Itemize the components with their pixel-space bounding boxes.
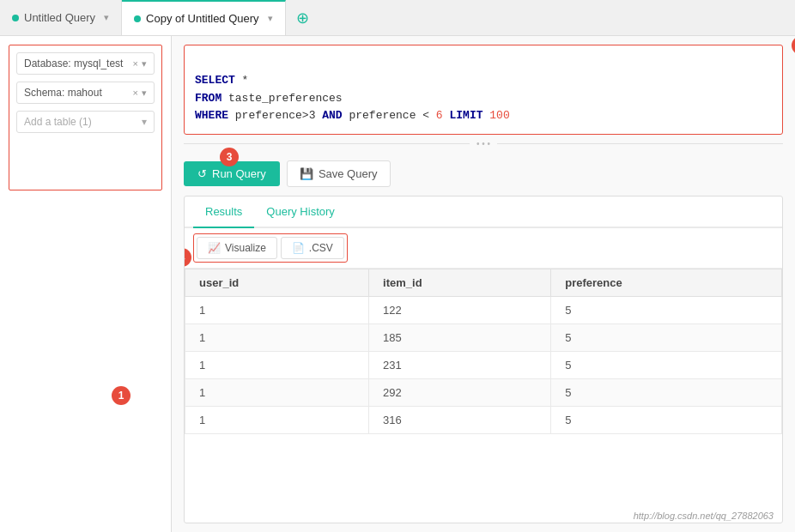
save-query-label: Save Query xyxy=(319,167,378,180)
tab-close-2[interactable]: ▾ xyxy=(268,13,273,24)
chart-icon: 📈 xyxy=(208,242,221,254)
sql-editor[interactable]: SELECT * FROM taste_preferences WHERE pr… xyxy=(184,45,783,135)
watermark: http://blog.csdn.net/qq_27882063 xyxy=(634,511,774,521)
tab-label-1: Untitled Query xyxy=(24,11,95,24)
add-tab-icon: ⊕ xyxy=(296,9,309,27)
visualize-button[interactable]: 📈 Visualize xyxy=(197,237,277,259)
tab-query-history[interactable]: Query History xyxy=(254,196,346,228)
table-row: 13165 xyxy=(185,407,782,434)
table-row: 12925 xyxy=(185,379,782,407)
add-table-field[interactable]: Add a table (1) ▾ xyxy=(16,111,155,133)
buttons-row: 3 ↺ Run Query 💾 Save Query xyxy=(172,152,795,196)
add-tab-button[interactable]: ⊕ xyxy=(286,0,319,35)
table-cell: 1 xyxy=(185,379,369,407)
table-cell: 231 xyxy=(369,352,551,379)
table-cell: 1 xyxy=(185,324,369,352)
resize-handle[interactable]: • • • xyxy=(470,139,497,148)
database-clear-icon[interactable]: × xyxy=(133,58,138,69)
schema-field[interactable]: Schema: mahout × ▾ xyxy=(16,82,155,104)
results-table: user_id item_id preference 1122511855123… xyxy=(185,269,782,434)
step-badge-2: 2 xyxy=(792,36,795,55)
run-query-label: Run Query xyxy=(212,167,266,180)
table-cell: 5 xyxy=(551,379,782,407)
right-panel: SELECT * FROM taste_preferences WHERE pr… xyxy=(172,36,795,532)
refresh-icon: ↺ xyxy=(197,167,207,180)
table-cell: 1 xyxy=(185,297,369,324)
csv-button[interactable]: 📄 .CSV xyxy=(281,237,344,259)
table-cell: 292 xyxy=(369,379,551,407)
table-cell: 5 xyxy=(551,352,782,379)
action-buttons-border: 📈 Visualize 📄 .CSV xyxy=(193,233,348,263)
visualize-label: Visualize xyxy=(225,242,266,254)
table-cell: 316 xyxy=(369,407,551,434)
action-row: 4 📈 Visualize 📄 .CSV xyxy=(185,228,782,269)
step-badge-4: 4 xyxy=(184,248,191,267)
save-icon: 💾 xyxy=(300,167,313,180)
col-item-id: item_id xyxy=(369,269,551,297)
table-cell: 5 xyxy=(551,407,782,434)
left-panel: Database: mysql_test × ▾ Schema: mahout … xyxy=(0,36,172,532)
tab-results[interactable]: Results xyxy=(193,196,254,228)
table-cell: 5 xyxy=(551,297,782,324)
results-tabs: Results Query History xyxy=(185,196,782,228)
file-icon: 📄 xyxy=(292,242,305,254)
database-actions: × ▾ xyxy=(133,58,147,70)
tab-copy-untitled-query[interactable]: Copy of Untitled Query ▾ xyxy=(122,0,286,35)
results-area: Results Query History 4 📈 Visualize xyxy=(184,196,783,523)
table-row: 11225 xyxy=(185,297,782,324)
left-panel-border: Database: mysql_test × ▾ Schema: mahout … xyxy=(9,45,162,190)
col-user-id: user_id xyxy=(185,269,369,297)
database-field[interactable]: Database: mysql_test × ▾ xyxy=(16,52,155,75)
tab-label-2: Copy of Untitled Query xyxy=(146,12,259,25)
database-dropdown-icon[interactable]: ▾ xyxy=(142,58,147,70)
schema-label: Schema: mahout xyxy=(24,87,133,99)
save-query-button[interactable]: 💾 Save Query xyxy=(287,160,391,187)
table-cell: 1 xyxy=(185,352,369,379)
add-table-label: Add a table (1) xyxy=(24,116,92,128)
tab-bar: Untitled Query ▾ Copy of Untitled Query … xyxy=(0,0,795,36)
tab-untitled-query[interactable]: Untitled Query ▾ xyxy=(0,0,122,35)
database-label: Database: mysql_test xyxy=(24,57,133,70)
table-cell: 1 xyxy=(185,407,369,434)
step-badge-1: 1 xyxy=(112,386,130,405)
table-row: 12315 xyxy=(185,352,782,379)
add-table-dropdown-icon[interactable]: ▾ xyxy=(142,116,147,128)
sql-code: SELECT * FROM taste_preferences WHERE pr… xyxy=(195,54,748,125)
main-content: Database: mysql_test × ▾ Schema: mahout … xyxy=(0,36,795,532)
schema-dropdown-icon[interactable]: ▾ xyxy=(142,88,147,99)
tab-close-1[interactable]: ▾ xyxy=(104,12,109,23)
table-cell: 122 xyxy=(369,297,551,324)
schema-clear-icon[interactable]: × xyxy=(133,88,138,98)
table-row: 11855 xyxy=(185,324,782,352)
schema-actions: × ▾ xyxy=(133,88,147,99)
csv-label: .CSV xyxy=(309,242,333,254)
tab-dot-2 xyxy=(134,15,141,22)
col-preference: preference xyxy=(551,269,782,297)
table-cell: 5 xyxy=(551,324,782,352)
table-scroll: user_id item_id preference 1122511855123… xyxy=(185,269,782,523)
database-value: mysql_test xyxy=(74,57,123,70)
table-cell: 185 xyxy=(369,324,551,352)
schema-value: mahout xyxy=(68,87,102,99)
tab-dot-1 xyxy=(12,15,19,21)
